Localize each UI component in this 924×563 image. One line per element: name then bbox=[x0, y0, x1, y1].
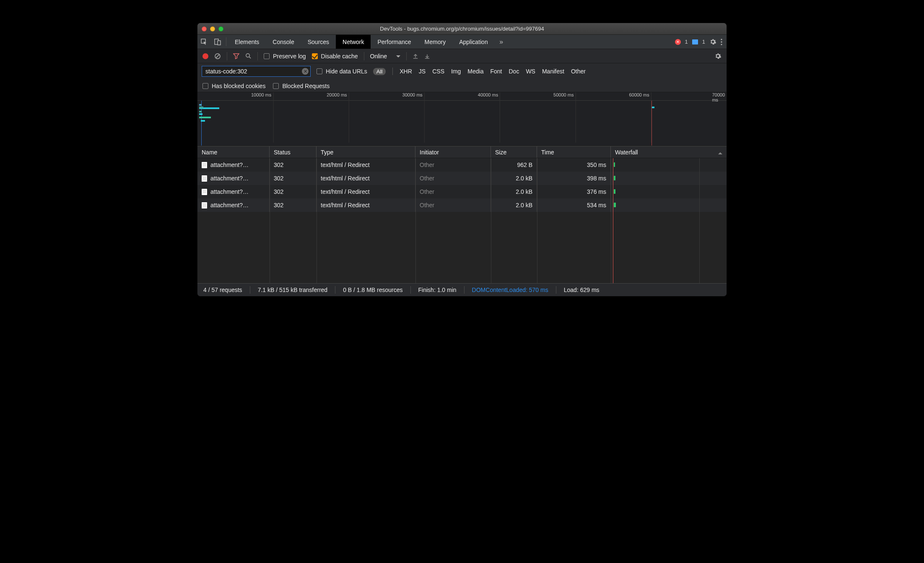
filter-funnel-icon[interactable] bbox=[233, 53, 239, 59]
type-filter-manifest[interactable]: Manifest bbox=[542, 68, 564, 75]
svg-line-7 bbox=[216, 55, 219, 58]
error-badge-icon[interactable]: ✕ bbox=[675, 39, 681, 45]
cell-status: 302 bbox=[274, 162, 283, 168]
preserve-log-checkbox[interactable]: Preserve log bbox=[264, 53, 306, 60]
filter-input-wrap: ✕ bbox=[202, 66, 311, 77]
messages-count[interactable]: 1 bbox=[702, 39, 705, 45]
tab-memory[interactable]: Memory bbox=[418, 35, 453, 49]
type-filter-other[interactable]: Other bbox=[571, 68, 586, 75]
cell-name: attachment?… bbox=[210, 202, 249, 209]
type-filter-img[interactable]: Img bbox=[451, 68, 461, 75]
inspect-element-icon[interactable] bbox=[197, 35, 211, 49]
tab-application[interactable]: Application bbox=[452, 35, 495, 49]
status-requests: 4 / 57 requests bbox=[203, 287, 242, 293]
svg-point-5 bbox=[721, 44, 722, 45]
col-header-size[interactable]: Size bbox=[491, 146, 537, 158]
network-settings-gear-icon[interactable] bbox=[714, 52, 722, 60]
cell-name: attachment?… bbox=[210, 162, 249, 168]
messages-icon[interactable] bbox=[692, 39, 698, 44]
preserve-log-label: Preserve log bbox=[273, 53, 306, 60]
overflow-tabs-button[interactable]: » bbox=[495, 35, 508, 49]
tab-performance[interactable]: Performance bbox=[371, 35, 418, 49]
cell-initiator: Other bbox=[420, 188, 434, 195]
tab-console[interactable]: Console bbox=[266, 35, 301, 49]
tab-network[interactable]: Network bbox=[336, 35, 371, 49]
filter-bar: ✕ Hide data URLs All XHRJSCSSImgMediaFon… bbox=[197, 63, 727, 92]
status-load: Load: 629 ms bbox=[564, 287, 600, 293]
main-tabstrip: ElementsConsoleSourcesNetworkPerformance… bbox=[197, 35, 727, 49]
overview-tick: 40000 ms bbox=[478, 92, 500, 97]
cell-time: 376 ms bbox=[587, 188, 606, 195]
upload-har-icon[interactable] bbox=[413, 53, 418, 59]
cell-size: 2.0 kB bbox=[516, 175, 532, 182]
table-row[interactable]: attachment?…302text/html / RedirectOther… bbox=[197, 172, 727, 185]
hide-data-urls-checkbox[interactable]: Hide data URLs bbox=[317, 68, 367, 75]
cell-name: attachment?… bbox=[210, 175, 249, 182]
col-header-time[interactable]: Time bbox=[537, 146, 611, 158]
svg-point-8 bbox=[246, 54, 249, 57]
throttling-select[interactable]: Online bbox=[370, 53, 400, 60]
cell-time: 350 ms bbox=[587, 162, 606, 168]
file-icon bbox=[202, 175, 207, 182]
type-filter-xhr[interactable]: XHR bbox=[400, 68, 412, 75]
throttling-value: Online bbox=[370, 53, 387, 60]
file-icon bbox=[202, 162, 207, 168]
cell-type: text/html / Redirect bbox=[321, 175, 370, 182]
cell-time: 398 ms bbox=[587, 175, 606, 182]
network-toolbar: Preserve log Disable cache Online bbox=[197, 49, 727, 63]
waterfall-load-line bbox=[613, 158, 613, 283]
more-menu-icon[interactable] bbox=[721, 39, 722, 45]
clear-button-icon[interactable] bbox=[214, 53, 221, 60]
settings-gear-icon[interactable] bbox=[709, 38, 716, 45]
disable-cache-label: Disable cache bbox=[321, 53, 358, 60]
table-row[interactable]: attachment?…302text/html / RedirectOther… bbox=[197, 185, 727, 198]
type-filter-media[interactable]: Media bbox=[467, 68, 483, 75]
tab-elements[interactable]: Elements bbox=[228, 35, 266, 49]
col-header-initiator[interactable]: Initiator bbox=[415, 146, 491, 158]
network-overview[interactable]: 10000 ms20000 ms30000 ms40000 ms50000 ms… bbox=[197, 92, 727, 146]
col-header-waterfall[interactable]: Waterfall bbox=[611, 146, 727, 158]
status-resources: 0 B / 1.8 MB resources bbox=[343, 287, 402, 293]
clear-filter-icon[interactable]: ✕ bbox=[302, 68, 309, 75]
table-row[interactable]: attachment?…302text/html / RedirectOther… bbox=[197, 158, 727, 172]
chevron-down-icon bbox=[396, 53, 400, 60]
file-icon bbox=[202, 189, 207, 195]
cell-type: text/html / Redirect bbox=[321, 202, 370, 209]
has-blocked-cookies-checkbox[interactable]: Has blocked cookies bbox=[202, 83, 265, 89]
col-header-status[interactable]: Status bbox=[270, 146, 317, 158]
disable-cache-checkbox[interactable]: Disable cache bbox=[312, 53, 358, 60]
device-toolbar-icon[interactable] bbox=[211, 35, 224, 49]
svg-rect-2 bbox=[218, 41, 221, 45]
blocked-requests-checkbox[interactable]: Blocked Requests bbox=[273, 83, 330, 89]
file-icon bbox=[202, 202, 207, 209]
search-icon[interactable] bbox=[245, 53, 252, 59]
overview-tick: 70000 ms bbox=[712, 92, 727, 102]
type-filter-all[interactable]: All bbox=[373, 68, 386, 75]
type-filter-font[interactable]: Font bbox=[490, 68, 502, 75]
filter-input[interactable] bbox=[202, 66, 311, 77]
overview-tick: 20000 ms bbox=[327, 92, 348, 97]
col-header-type[interactable]: Type bbox=[317, 146, 415, 158]
col-header-name[interactable]: Name bbox=[197, 146, 270, 158]
svg-point-3 bbox=[721, 39, 722, 40]
table-row[interactable]: attachment?…302text/html / RedirectOther… bbox=[197, 198, 727, 212]
cell-type: text/html / Redirect bbox=[321, 188, 370, 195]
cell-status: 302 bbox=[274, 202, 283, 209]
type-filter-ws[interactable]: WS bbox=[526, 68, 535, 75]
status-transferred: 7.1 kB / 515 kB transferred bbox=[258, 287, 328, 293]
record-button[interactable] bbox=[202, 53, 208, 59]
type-filter-js[interactable]: JS bbox=[419, 68, 426, 75]
type-filter-css[interactable]: CSS bbox=[432, 68, 444, 75]
tab-sources[interactable]: Sources bbox=[301, 35, 336, 49]
errors-count[interactable]: 1 bbox=[685, 39, 688, 45]
download-har-icon[interactable] bbox=[424, 53, 430, 59]
overview-tick: 30000 ms bbox=[402, 92, 424, 97]
cell-time: 534 ms bbox=[587, 202, 606, 209]
requests-table-body: attachment?…302text/html / RedirectOther… bbox=[197, 158, 727, 283]
hide-data-urls-label: Hide data URLs bbox=[326, 68, 367, 75]
cell-initiator: Other bbox=[420, 162, 434, 168]
checkbox-unchecked-icon bbox=[202, 83, 208, 89]
type-filter-doc[interactable]: Doc bbox=[509, 68, 519, 75]
overview-tick: 10000 ms bbox=[251, 92, 273, 97]
has-blocked-cookies-label: Has blocked cookies bbox=[212, 83, 265, 89]
